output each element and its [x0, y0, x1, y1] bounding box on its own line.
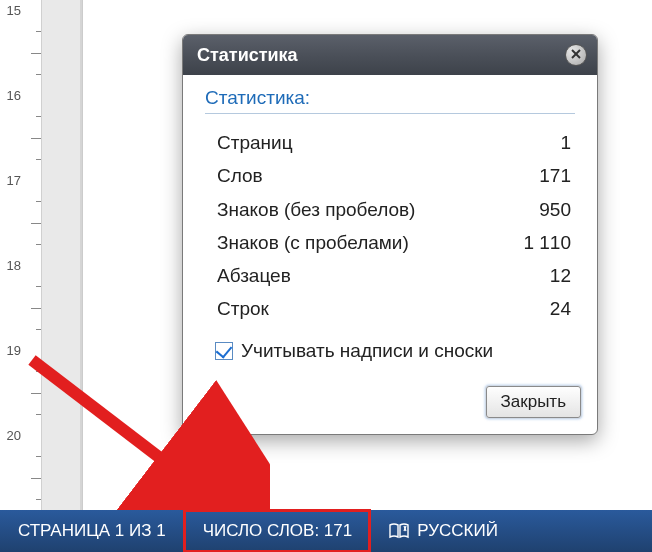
include-textboxes-checkbox[interactable] — [215, 342, 233, 360]
ruler-tick — [36, 31, 41, 32]
dialog-body: Статистика: Страниц 1 Слов 171 Знаков (б… — [183, 75, 597, 386]
stat-row-paragraphs: Абзацев 12 — [217, 259, 571, 292]
status-language-text: РУССКИЙ — [417, 521, 498, 541]
ruler-number: 20 — [7, 428, 21, 443]
stat-value: 1 — [560, 126, 571, 159]
ruler-tick — [31, 223, 41, 224]
ruler-tick — [31, 478, 41, 479]
ruler-number: 19 — [7, 343, 21, 358]
stat-label: Знаков (с пробелами) — [217, 226, 409, 259]
book-icon — [389, 523, 409, 539]
status-page[interactable]: СТРАНИЦА 1 ИЗ 1 — [0, 510, 184, 552]
dialog-buttons: Закрыть — [183, 386, 597, 434]
close-icon — [571, 49, 581, 59]
ruler-tick — [36, 201, 41, 202]
stat-value: 1 110 — [523, 226, 571, 259]
ruler-tick — [31, 53, 41, 54]
stat-label: Строк — [217, 292, 269, 325]
status-bar: СТРАНИЦА 1 ИЗ 1 ЧИСЛО СЛОВ: 171 РУССКИЙ — [0, 510, 652, 552]
stat-value: 24 — [550, 292, 571, 325]
dialog-title: Статистика — [197, 45, 565, 66]
status-page-text: СТРАНИЦА 1 ИЗ 1 — [18, 521, 166, 541]
close-button[interactable]: Закрыть — [486, 386, 581, 418]
ruler-tick — [36, 159, 41, 160]
stats-rows: Страниц 1 Слов 171 Знаков (без пробелов)… — [205, 126, 575, 326]
ruler-tick — [31, 308, 41, 309]
stat-row-words: Слов 171 — [217, 159, 571, 192]
ruler-tick — [36, 499, 41, 500]
include-textboxes-label: Учитывать надписи и сноски — [241, 340, 493, 362]
stat-label: Знаков (без пробелов) — [217, 193, 415, 226]
stat-row-chars-with-spaces: Знаков (с пробелами) 1 110 — [217, 226, 571, 259]
statistics-dialog: Статистика Статистика: Страниц 1 Слов 17… — [182, 34, 598, 435]
ruler-tick — [31, 393, 41, 394]
stat-row-lines: Строк 24 — [217, 292, 571, 325]
ruler-tick — [31, 138, 41, 139]
stat-label: Слов — [217, 159, 263, 192]
ruler-tick — [36, 74, 41, 75]
stat-row-chars-no-spaces: Знаков (без пробелов) 950 — [217, 193, 571, 226]
status-word-count-text: ЧИСЛО СЛОВ: 171 — [203, 521, 353, 541]
stat-row-pages: Страниц 1 — [217, 126, 571, 159]
ruler-tick — [36, 116, 41, 117]
status-language[interactable]: РУССКИЙ — [370, 510, 516, 552]
ruler-tick — [36, 286, 41, 287]
vertical-ruler: 151617181920 — [0, 0, 42, 510]
ruler-tick — [36, 244, 41, 245]
stats-group-label: Статистика: — [205, 87, 575, 114]
stat-label: Страниц — [217, 126, 293, 159]
include-textboxes-row[interactable]: Учитывать надписи и сноски — [205, 340, 575, 362]
ruler-tick — [36, 329, 41, 330]
ruler-number: 15 — [7, 3, 21, 18]
ruler-tick — [36, 456, 41, 457]
ruler-tick — [36, 371, 41, 372]
ruler-number: 18 — [7, 258, 21, 273]
ruler-tick — [36, 414, 41, 415]
dialog-titlebar[interactable]: Статистика — [183, 35, 597, 75]
status-word-count[interactable]: ЧИСЛО СЛОВ: 171 — [184, 510, 371, 552]
dialog-close-button[interactable] — [565, 44, 587, 66]
ruler-number: 17 — [7, 173, 21, 188]
stat-label: Абзацев — [217, 259, 291, 292]
stat-value: 950 — [539, 193, 571, 226]
stat-value: 171 — [539, 159, 571, 192]
stat-value: 12 — [550, 259, 571, 292]
ruler-number: 16 — [7, 88, 21, 103]
